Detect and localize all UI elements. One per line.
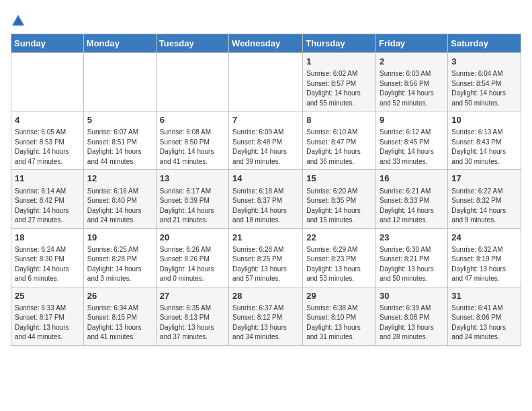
day-number: 3 xyxy=(451,56,517,68)
col-header-tuesday: Tuesday xyxy=(156,34,228,53)
calendar-cell: 11Sunrise: 6:14 AM Sunset: 8:42 PM Dayli… xyxy=(11,170,84,228)
calendar-cell: 8Sunrise: 6:10 AM Sunset: 8:47 PM Daylig… xyxy=(303,111,376,170)
calendar-week-row: 25Sunrise: 6:33 AM Sunset: 8:17 PM Dayli… xyxy=(11,287,521,345)
day-number: 1 xyxy=(306,56,372,68)
calendar-cell: 1Sunrise: 6:02 AM Sunset: 8:57 PM Daylig… xyxy=(303,53,376,111)
day-number: 12 xyxy=(87,173,152,185)
day-number: 5 xyxy=(87,114,152,126)
day-number: 28 xyxy=(232,290,299,302)
day-info-text: Sunrise: 6:10 AM Sunset: 8:47 PM Dayligh… xyxy=(306,128,372,167)
day-info-text: Sunrise: 6:21 AM Sunset: 8:33 PM Dayligh… xyxy=(380,187,444,226)
day-info-text: Sunrise: 6:26 AM Sunset: 8:26 PM Dayligh… xyxy=(160,245,225,284)
day-number: 23 xyxy=(380,232,444,244)
calendar-cell: 24Sunrise: 6:32 AM Sunset: 8:19 PM Dayli… xyxy=(448,228,521,287)
calendar-cell: 18Sunrise: 6:24 AM Sunset: 8:30 PM Dayli… xyxy=(11,228,84,287)
day-number: 17 xyxy=(451,173,517,185)
calendar-cell: 27Sunrise: 6:35 AM Sunset: 8:13 PM Dayli… xyxy=(156,287,228,345)
day-info-text: Sunrise: 6:18 AM Sunset: 8:37 PM Dayligh… xyxy=(232,187,299,226)
day-number: 9 xyxy=(380,114,444,126)
day-info-text: Sunrise: 6:28 AM Sunset: 8:25 PM Dayligh… xyxy=(232,245,299,284)
day-number: 22 xyxy=(306,232,372,244)
logo xyxy=(11,13,28,28)
calendar-cell: 25Sunrise: 6:33 AM Sunset: 8:17 PM Dayli… xyxy=(11,287,84,345)
day-info-text: Sunrise: 6:05 AM Sunset: 8:53 PM Dayligh… xyxy=(15,128,80,167)
day-info-text: Sunrise: 6:02 AM Sunset: 8:57 PM Dayligh… xyxy=(306,69,372,108)
day-info-text: Sunrise: 6:20 AM Sunset: 8:35 PM Dayligh… xyxy=(306,187,372,226)
day-info-text: Sunrise: 6:04 AM Sunset: 8:54 PM Dayligh… xyxy=(451,69,517,108)
day-number: 13 xyxy=(160,173,225,185)
day-info-text: Sunrise: 6:39 AM Sunset: 8:08 PM Dayligh… xyxy=(380,304,444,342)
calendar-cell: 5Sunrise: 6:07 AM Sunset: 8:51 PM Daylig… xyxy=(83,111,156,170)
col-header-wednesday: Wednesday xyxy=(229,34,303,53)
day-number: 26 xyxy=(87,290,152,302)
calendar-cell xyxy=(11,53,84,111)
calendar-cell: 19Sunrise: 6:25 AM Sunset: 8:28 PM Dayli… xyxy=(83,228,156,287)
day-info-text: Sunrise: 6:08 AM Sunset: 8:50 PM Dayligh… xyxy=(160,128,225,167)
calendar-cell: 22Sunrise: 6:29 AM Sunset: 8:23 PM Dayli… xyxy=(303,228,376,287)
col-header-monday: Monday xyxy=(83,34,156,53)
day-info-text: Sunrise: 6:22 AM Sunset: 8:32 PM Dayligh… xyxy=(451,187,517,226)
day-info-text: Sunrise: 6:29 AM Sunset: 8:23 PM Dayligh… xyxy=(306,245,372,284)
col-header-sunday: Sunday xyxy=(11,34,84,53)
calendar-week-row: 18Sunrise: 6:24 AM Sunset: 8:30 PM Dayli… xyxy=(11,228,521,287)
calendar-header-row: SundayMondayTuesdayWednesdayThursdayFrid… xyxy=(11,34,521,53)
col-header-friday: Friday xyxy=(376,34,448,53)
day-info-text: Sunrise: 6:38 AM Sunset: 8:10 PM Dayligh… xyxy=(306,304,372,342)
calendar-cell: 4Sunrise: 6:05 AM Sunset: 8:53 PM Daylig… xyxy=(11,111,84,170)
calendar-cell: 23Sunrise: 6:30 AM Sunset: 8:21 PM Dayli… xyxy=(376,228,448,287)
calendar-cell: 6Sunrise: 6:08 AM Sunset: 8:50 PM Daylig… xyxy=(156,111,228,170)
day-number: 4 xyxy=(15,114,80,126)
day-info-text: Sunrise: 6:30 AM Sunset: 8:21 PM Dayligh… xyxy=(380,245,444,284)
calendar-cell: 14Sunrise: 6:18 AM Sunset: 8:37 PM Dayli… xyxy=(229,170,303,228)
calendar-week-row: 11Sunrise: 6:14 AM Sunset: 8:42 PM Dayli… xyxy=(11,170,521,228)
day-info-text: Sunrise: 6:09 AM Sunset: 8:48 PM Dayligh… xyxy=(232,128,299,167)
day-number: 18 xyxy=(15,232,80,244)
calendar-week-row: 1Sunrise: 6:02 AM Sunset: 8:57 PM Daylig… xyxy=(11,53,521,111)
calendar-cell: 12Sunrise: 6:16 AM Sunset: 8:40 PM Dayli… xyxy=(83,170,156,228)
calendar-cell: 26Sunrise: 6:34 AM Sunset: 8:15 PM Dayli… xyxy=(83,287,156,345)
day-number: 21 xyxy=(232,232,299,244)
day-info-text: Sunrise: 6:16 AM Sunset: 8:40 PM Dayligh… xyxy=(87,187,152,226)
day-number: 29 xyxy=(306,290,372,302)
calendar-cell: 21Sunrise: 6:28 AM Sunset: 8:25 PM Dayli… xyxy=(229,228,303,287)
calendar-cell xyxy=(83,53,156,111)
calendar-cell: 13Sunrise: 6:17 AM Sunset: 8:39 PM Dayli… xyxy=(156,170,228,228)
day-number: 31 xyxy=(451,290,517,302)
day-info-text: Sunrise: 6:41 AM Sunset: 8:06 PM Dayligh… xyxy=(451,304,517,342)
calendar-cell: 2Sunrise: 6:03 AM Sunset: 8:56 PM Daylig… xyxy=(376,53,448,111)
day-info-text: Sunrise: 6:34 AM Sunset: 8:15 PM Dayligh… xyxy=(87,304,152,342)
day-number: 16 xyxy=(380,173,444,185)
calendar-cell: 10Sunrise: 6:13 AM Sunset: 8:43 PM Dayli… xyxy=(448,111,521,170)
day-info-text: Sunrise: 6:03 AM Sunset: 8:56 PM Dayligh… xyxy=(380,69,444,108)
calendar-cell xyxy=(229,53,303,111)
day-number: 30 xyxy=(380,290,444,302)
day-info-text: Sunrise: 6:33 AM Sunset: 8:17 PM Dayligh… xyxy=(15,304,80,342)
calendar-cell: 28Sunrise: 6:37 AM Sunset: 8:12 PM Dayli… xyxy=(229,287,303,345)
calendar-cell: 16Sunrise: 6:21 AM Sunset: 8:33 PM Dayli… xyxy=(376,170,448,228)
day-number: 6 xyxy=(160,114,225,126)
day-info-text: Sunrise: 6:25 AM Sunset: 8:28 PM Dayligh… xyxy=(87,245,152,284)
calendar-cell: 7Sunrise: 6:09 AM Sunset: 8:48 PM Daylig… xyxy=(229,111,303,170)
day-number: 27 xyxy=(160,290,225,302)
calendar-cell: 15Sunrise: 6:20 AM Sunset: 8:35 PM Dayli… xyxy=(303,170,376,228)
calendar-cell: 20Sunrise: 6:26 AM Sunset: 8:26 PM Dayli… xyxy=(156,228,228,287)
day-info-text: Sunrise: 6:14 AM Sunset: 8:42 PM Dayligh… xyxy=(15,187,80,226)
page-header xyxy=(11,11,521,28)
day-number: 2 xyxy=(380,56,444,68)
day-number: 11 xyxy=(15,173,80,185)
day-info-text: Sunrise: 6:07 AM Sunset: 8:51 PM Dayligh… xyxy=(87,128,152,167)
calendar-cell: 31Sunrise: 6:41 AM Sunset: 8:06 PM Dayli… xyxy=(448,287,521,345)
calendar-cell: 30Sunrise: 6:39 AM Sunset: 8:08 PM Dayli… xyxy=(376,287,448,345)
calendar-cell: 29Sunrise: 6:38 AM Sunset: 8:10 PM Dayli… xyxy=(303,287,376,345)
day-info-text: Sunrise: 6:13 AM Sunset: 8:43 PM Dayligh… xyxy=(451,128,517,167)
day-number: 19 xyxy=(87,232,152,244)
day-info-text: Sunrise: 6:24 AM Sunset: 8:30 PM Dayligh… xyxy=(15,245,80,284)
day-info-text: Sunrise: 6:17 AM Sunset: 8:39 PM Dayligh… xyxy=(160,187,225,226)
day-info-text: Sunrise: 6:37 AM Sunset: 8:12 PM Dayligh… xyxy=(232,304,299,342)
day-number: 25 xyxy=(15,290,80,302)
day-number: 8 xyxy=(306,114,372,126)
calendar-cell: 9Sunrise: 6:12 AM Sunset: 8:45 PM Daylig… xyxy=(376,111,448,170)
col-header-thursday: Thursday xyxy=(303,34,376,53)
day-number: 14 xyxy=(232,173,299,185)
calendar-cell: 3Sunrise: 6:04 AM Sunset: 8:54 PM Daylig… xyxy=(448,53,521,111)
